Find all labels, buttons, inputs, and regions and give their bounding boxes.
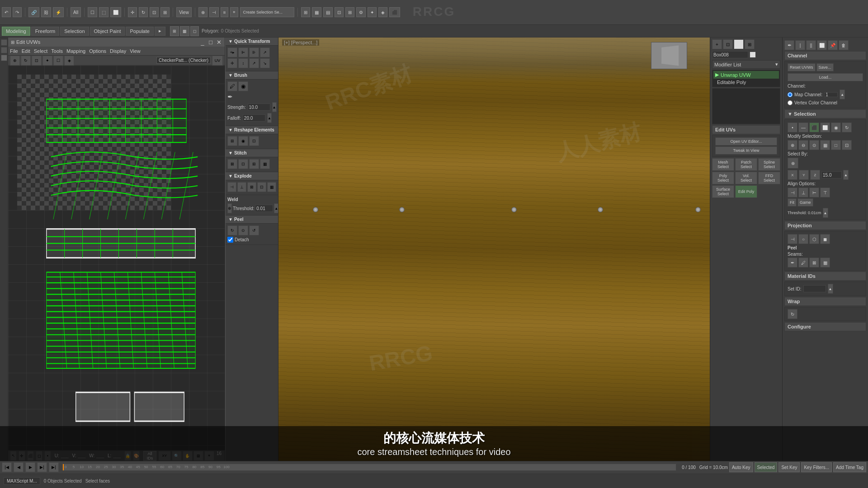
- stitch-header[interactable]: ▼ Stitch: [226, 149, 278, 157]
- timeline-end-btn[interactable]: ▶|: [49, 462, 59, 472]
- qt-btn-5[interactable]: ✛: [227, 58, 237, 68]
- create-selection-btn[interactable]: Create Selection Se...: [240, 7, 294, 17]
- checker-dropdown[interactable]: CheckerPatt... (Checker): [156, 57, 211, 64]
- peel-btn-1[interactable]: ↻: [227, 225, 237, 235]
- vert-mode-btn[interactable]: •: [788, 122, 797, 132]
- seam-1-btn[interactable]: ✒: [788, 258, 797, 267]
- explode-btn-3[interactable]: ⊠: [247, 182, 256, 192]
- qt-btn-2[interactable]: ⊫: [238, 47, 248, 57]
- seam-4-btn[interactable]: ▦: [820, 258, 830, 267]
- peel-header[interactable]: ▼ Peel: [226, 216, 278, 224]
- pivot-btn[interactable]: ⊕: [198, 7, 208, 17]
- map-channel-value[interactable]: [824, 92, 838, 97]
- set-id-spin[interactable]: ▲: [828, 284, 833, 294]
- object-name-input[interactable]: [712, 51, 748, 58]
- add-modifier-btn[interactable]: +: [712, 39, 722, 49]
- menu-select[interactable]: Select: [34, 48, 48, 54]
- patch-select-btn[interactable]: Patch Select: [735, 158, 757, 171]
- vol-select-btn[interactable]: Vol. Select: [735, 172, 757, 184]
- strength-input[interactable]: [248, 103, 270, 111]
- list-btn[interactable]: ▤: [323, 7, 333, 17]
- hierarchy-button[interactable]: ⚡: [53, 7, 64, 17]
- menu-edit[interactable]: Edit: [22, 48, 30, 54]
- uv-canvas[interactable]: [8, 66, 225, 450]
- map-channel-radio[interactable]: [788, 92, 793, 97]
- vertex-color-radio[interactable]: [788, 100, 793, 105]
- modifier-settings-btn[interactable]: ⊡: [723, 39, 733, 49]
- reshape-btn-3[interactable]: ⊡: [249, 136, 259, 146]
- menu-file[interactable]: File: [10, 48, 18, 54]
- env-btn[interactable]: ◈: [378, 7, 387, 17]
- expand-btn[interactable]: ⊞: [745, 39, 755, 49]
- uv-tool-4[interactable]: ✦: [42, 56, 52, 66]
- object-paint-tab[interactable]: Object Paint: [90, 27, 125, 36]
- uv-editor-close[interactable]: ✕: [216, 39, 222, 45]
- value-input[interactable]: [821, 171, 842, 178]
- selection-tab[interactable]: Selection: [60, 27, 89, 36]
- uv-tool-6[interactable]: ◈: [64, 56, 74, 66]
- ring-btn[interactable]: ⊙: [809, 140, 819, 150]
- prop-bar1-btn[interactable]: |: [795, 40, 805, 50]
- align-4-btn[interactable]: ⊤: [820, 188, 830, 197]
- brush-btn-1[interactable]: 🖊: [227, 81, 237, 91]
- ffd-select-btn[interactable]: FFD Select: [758, 172, 780, 184]
- redo-button[interactable]: ↷: [13, 7, 22, 17]
- render-btn[interactable]: ⬛: [389, 7, 400, 17]
- proj-2-btn[interactable]: ○: [798, 234, 808, 244]
- shrink-btn[interactable]: ⊖: [798, 140, 808, 150]
- brush-header[interactable]: ▼ Brush: [226, 71, 278, 80]
- uv-label-btn[interactable]: UV: [212, 56, 223, 66]
- edit-poly-btn[interactable]: Edit Poly: [735, 185, 757, 198]
- prop-pin-btn[interactable]: 📌: [828, 40, 838, 50]
- explode-btn-2[interactable]: ⊥: [237, 182, 246, 192]
- extra-tab[interactable]: ▸: [155, 27, 165, 36]
- uv-editor-maximize[interactable]: □: [208, 39, 214, 45]
- wrap-header[interactable]: Wrap: [784, 297, 866, 306]
- select-paint-btn[interactable]: ⬜: [110, 7, 121, 17]
- select-move-btn[interactable]: ✛: [128, 7, 137, 17]
- stitch-btn-3[interactable]: ⊞: [249, 159, 259, 169]
- set-id-input[interactable]: [803, 285, 826, 292]
- object-btn[interactable]: ◻: [190, 26, 199, 36]
- add-time-tag-btn[interactable]: Add Time Tag: [833, 462, 866, 472]
- select-rotate-btn[interactable]: ↻: [139, 7, 148, 17]
- strength-spin[interactable]: ▲: [272, 102, 277, 112]
- timeline-play-btn[interactable]: ▶: [25, 462, 35, 472]
- align-2-btn[interactable]: ⊥: [798, 188, 808, 197]
- proj-3-btn[interactable]: ⬡: [809, 234, 819, 244]
- channel-header[interactable]: Channel: [784, 51, 866, 60]
- icon-c[interactable]: Z: [810, 170, 820, 180]
- value-spin[interactable]: ▲: [843, 170, 849, 180]
- open-uv-editor-btn[interactable]: Open UV Editor...: [715, 137, 777, 145]
- prop-trash-btn[interactable]: 🗑: [839, 40, 849, 50]
- map-channel-spin[interactable]: ▲: [840, 89, 845, 99]
- projection-header[interactable]: Projection: [784, 221, 866, 230]
- threshold-spin2[interactable]: ▲: [823, 208, 828, 218]
- select-by-btn[interactable]: ⊕: [788, 158, 798, 169]
- qt-btn-1[interactable]: +▸: [227, 47, 237, 57]
- selected-btn[interactable]: Selected: [755, 462, 778, 472]
- timeline-start-btn[interactable]: |◀: [2, 462, 12, 472]
- object-color-swatch[interactable]: [750, 52, 756, 58]
- reset-uvws-btn[interactable]: Reset UVWs: [788, 63, 816, 71]
- icon-b[interactable]: Y: [799, 170, 809, 180]
- fit-btn[interactable]: Fit: [788, 198, 797, 206]
- wrap-btn[interactable]: ↻: [788, 309, 797, 319]
- effects-btn[interactable]: ✦: [368, 7, 377, 17]
- reshape-btn-2[interactable]: ◉: [238, 136, 248, 146]
- modifier-list-dropdown[interactable]: Modifier List ▾: [712, 60, 780, 69]
- menu-options[interactable]: Options: [89, 48, 106, 54]
- select-none-btn[interactable]: □: [831, 140, 841, 150]
- snap-btn[interactable]: ⌖: [230, 7, 238, 17]
- set-key-btn[interactable]: Set Key: [778, 462, 800, 472]
- select-region-btn[interactable]: ⬚: [99, 7, 108, 17]
- freeform-tab[interactable]: Freeform: [31, 27, 60, 36]
- scene-btn[interactable]: ▦: [180, 26, 189, 36]
- reshape-header[interactable]: ▼ Reshape Elements: [226, 126, 278, 134]
- menu-display[interactable]: Display: [110, 48, 126, 54]
- poly-select-btn[interactable]: Poly Select: [712, 172, 734, 184]
- edit-uvs-header[interactable]: Edit UVs: [712, 125, 780, 134]
- sidebar-btn-2[interactable]: [1, 47, 7, 53]
- more-btn[interactable]: ⊞: [345, 7, 354, 17]
- explode-header[interactable]: ▼ Explode: [226, 172, 278, 180]
